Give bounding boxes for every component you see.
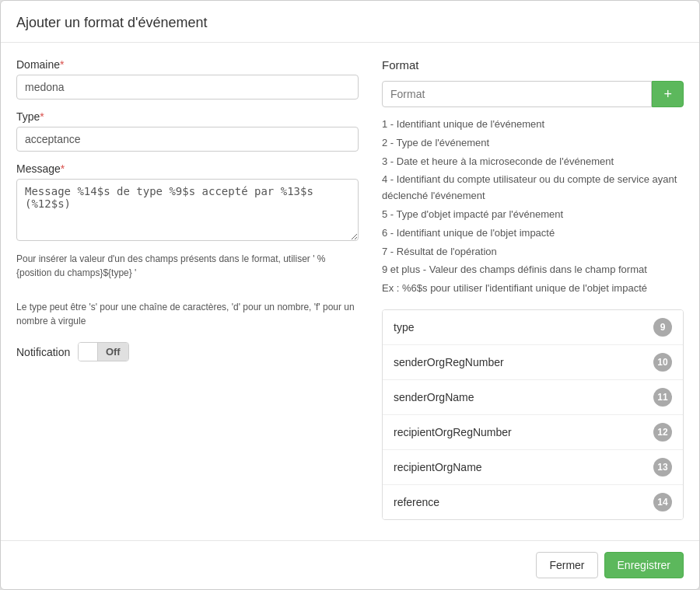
legend-item-9: 9 et plus - Valeur des champs définis da…	[382, 262, 684, 278]
save-button[interactable]: Enregistrer	[604, 552, 684, 578]
domaine-input[interactable]	[16, 75, 359, 99]
field-badge-recipientorgregnum: 12	[653, 423, 672, 442]
help-text-2: Le type peut être 's' pour une chaîne de…	[16, 300, 359, 328]
field-row-senderorgname[interactable]: senderOrgName 11	[383, 380, 683, 415]
field-name-type: type	[394, 321, 414, 333]
cancel-button[interactable]: Fermer	[536, 552, 597, 578]
field-badge-type: 9	[653, 318, 672, 337]
left-panel: Domaine* Type* Message* Message %14$s de…	[16, 58, 359, 525]
type-required: *	[40, 110, 44, 123]
field-list: type 9 senderOrgRegNumber 10 senderOrgNa…	[382, 309, 684, 520]
modal-container: Ajouter un format d'événement Domaine* T…	[0, 0, 700, 590]
toggle-on-label	[79, 343, 98, 361]
type-input[interactable]	[16, 127, 359, 152]
right-panel-title: Format	[382, 58, 684, 72]
right-panel: Format + 1 - Identifiant unique de l'évé…	[382, 58, 684, 525]
field-name-reference: reference	[394, 496, 439, 508]
toggle-off-label: Off	[98, 343, 128, 361]
message-group: Message* Message %14$s de type %9$s acce…	[16, 162, 359, 241]
message-textarea[interactable]: Message %14$s de type %9$s accepté par %…	[16, 179, 359, 241]
field-row-senderorgregnum[interactable]: senderOrgRegNumber 10	[383, 345, 683, 380]
help-text-1: Pour insérer la valeur d'un des champs p…	[16, 252, 359, 280]
field-name-recipientorgname: recipientOrgName	[394, 461, 482, 473]
modal-title: Ajouter un format d'événement	[16, 15, 684, 31]
field-badge-senderorgregnum: 10	[653, 353, 672, 372]
legend-item-3: 3 - Date et heure à la microseconde de l…	[382, 154, 684, 170]
type-group: Type*	[16, 110, 359, 152]
format-add-button[interactable]: +	[652, 81, 684, 107]
field-name-senderorgname: senderOrgName	[394, 391, 474, 403]
field-row-type[interactable]: type 9	[383, 310, 683, 345]
modal-body: Domaine* Type* Message* Message %14$s de…	[1, 43, 699, 540]
format-input[interactable]	[382, 81, 652, 107]
legend-item-4: 4 - Identifiant du compte utilisateur ou…	[382, 172, 684, 204]
type-label: Type*	[16, 110, 359, 123]
domaine-group: Domaine*	[16, 58, 359, 99]
message-label: Message*	[16, 162, 359, 175]
legend-item-6: 6 - Identifiant unique de l'objet impact…	[382, 225, 684, 242]
legend-item-7: 7 - Résultat de l'opération	[382, 244, 684, 260]
legend-item-5: 5 - Type d'objet impacté par l'événement	[382, 207, 684, 223]
field-badge-recipientorgname: 13	[653, 458, 672, 477]
field-row-recipientorgname[interactable]: recipientOrgName 13	[383, 450, 683, 485]
legend-item-1: 1 - Identifiant unique de l'événement	[382, 117, 684, 133]
field-name-recipientorgregnum: recipientOrgRegNumber	[394, 426, 512, 438]
domaine-required: *	[60, 58, 64, 71]
domaine-label: Domaine*	[16, 58, 359, 71]
field-name-senderorgregnum: senderOrgRegNumber	[394, 356, 504, 368]
modal-footer: Fermer Enregistrer	[1, 540, 699, 589]
modal-header: Ajouter un format d'événement	[1, 1, 699, 43]
field-badge-reference: 14	[653, 493, 672, 511]
field-row-reference[interactable]: reference 14	[383, 485, 683, 519]
format-input-row: +	[382, 81, 684, 107]
notification-label: Notification	[16, 346, 70, 358]
notification-toggle[interactable]: Off	[78, 342, 128, 361]
field-row-recipientorgregnum[interactable]: recipientOrgRegNumber 12	[383, 415, 683, 450]
legend-item-ex: Ex : %6$s pour utiliser l'identifiant un…	[382, 281, 684, 297]
message-required: *	[61, 162, 65, 175]
legend-list: 1 - Identifiant unique de l'événement 2 …	[382, 117, 684, 297]
help-group: Pour insérer la valeur d'un des champs p…	[16, 252, 359, 328]
notification-row: Notification Off	[16, 342, 359, 361]
legend-item-2: 2 - Type de l'événement	[382, 135, 684, 152]
field-badge-senderorgname: 11	[653, 388, 672, 407]
